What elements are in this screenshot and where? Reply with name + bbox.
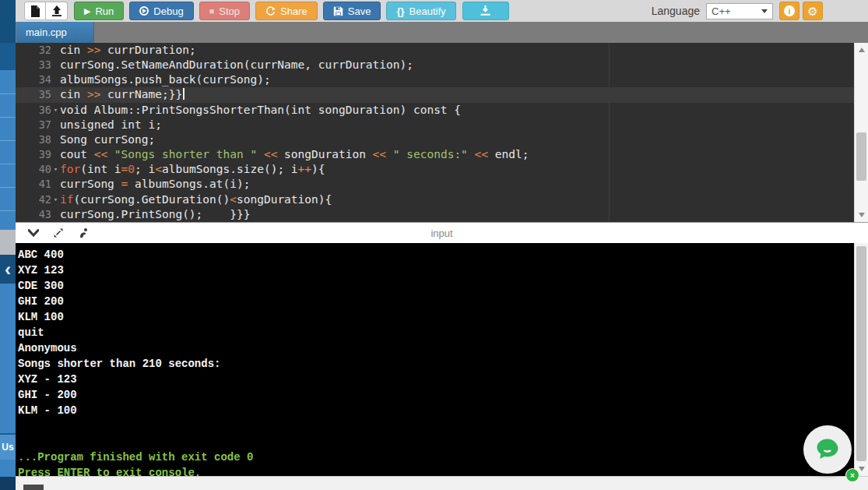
language-selected-value: C++: [712, 5, 731, 17]
code-text: cin >> currName;}}: [60, 87, 184, 102]
left-sidebar: ‹ Us: [0, 0, 16, 490]
console-line: quit: [16, 325, 854, 340]
settings-button[interactable]: ⚙: [803, 2, 823, 20]
status-badge[interactable]: ×: [846, 469, 859, 481]
fold-arrow-icon[interactable]: ▾: [51, 103, 60, 118]
app-root: ‹ Us ▶ Run Debug ■ Stop Share: [0, 0, 868, 490]
close-icon: ×: [850, 471, 855, 480]
run-button-label: Run: [95, 5, 114, 17]
fold-spacer: [51, 118, 60, 132]
scroll-down-arrow-icon[interactable]: [859, 213, 865, 217]
stop-button[interactable]: ■ Stop: [199, 2, 250, 20]
interactive-console-button[interactable]: [76, 226, 90, 240]
console-output[interactable]: ABC 400XYZ 123CDE 300GHI 200KLM 100quitA…: [16, 243, 854, 476]
line-number: 37: [16, 118, 51, 132]
play-icon: ▶: [84, 7, 90, 16]
bottom-scroll-chip[interactable]: [23, 485, 44, 490]
fold-arrow-icon[interactable]: ▾: [51, 192, 60, 207]
code-line[interactable]: 36▾void Album::PrintSongsShorterThan(int…: [16, 103, 854, 118]
tab-main-cpp[interactable]: main.cpp: [16, 22, 94, 43]
console-scrollbar-thumb[interactable]: [856, 246, 866, 461]
sidebar-segment: [0, 43, 16, 70]
fold-spacer: [51, 72, 60, 87]
console-lines: ABC 400XYZ 123CDE 300GHI 200KLM 100quitA…: [16, 247, 854, 476]
code-text: for(int i=0; i<albumSongs.size(); i++){: [60, 162, 325, 177]
console-line: ...Program finished with exit code 0: [16, 449, 854, 465]
collapse-console-button[interactable]: [26, 226, 40, 240]
beautify-button[interactable]: {} Beautify: [386, 2, 455, 20]
fold-spacer: [51, 207, 60, 222]
console-line: ABC 400: [16, 247, 854, 263]
language-select[interactable]: C++: [706, 3, 773, 19]
console-header-label: input: [430, 227, 452, 239]
console-line: Press ENTER to exit console.: [16, 465, 854, 476]
line-number: 38: [16, 132, 51, 147]
line-number: 43: [16, 207, 51, 222]
code-text: if(currSong.GetDuration()<songDuration){: [60, 192, 332, 207]
code-line[interactable]: 43currSong.PrintSong(); }}}: [16, 207, 854, 222]
code-text: currSong.PrintSong(); }}}: [60, 207, 250, 222]
code-line[interactable]: 41currSong = albumSongs.at(i);: [16, 177, 854, 192]
console-header: input: [16, 222, 868, 243]
debug-button[interactable]: Debug: [129, 2, 193, 20]
console-line: Songs shorter than 210 seconds:: [16, 356, 854, 372]
save-icon: [333, 6, 343, 16]
console-line: XYZ 123: [16, 263, 854, 278]
scroll-up-arrow-icon[interactable]: [859, 48, 865, 52]
code-line[interactable]: 32cin >> currDuration;: [16, 43, 854, 58]
fold-arrow-icon[interactable]: ▾: [51, 162, 60, 177]
line-number: 41: [16, 177, 51, 192]
sidebar-bottom-segment: [0, 477, 16, 490]
download-icon: [480, 5, 491, 16]
line-number: 32: [16, 43, 51, 58]
share-button-label: Share: [280, 5, 307, 17]
run-button[interactable]: ▶ Run: [74, 2, 124, 20]
console-scrollbar[interactable]: [854, 243, 868, 476]
code-line[interactable]: 38Song currSong;: [16, 132, 854, 147]
sidebar-top-segment: [0, 0, 16, 43]
debug-icon: [139, 6, 149, 16]
debug-button-label: Debug: [153, 5, 183, 17]
fold-spacer: [51, 177, 60, 192]
open-project-button[interactable]: [46, 2, 68, 20]
code-text: Song currSong;: [60, 132, 155, 147]
console-line: CDE 300: [16, 278, 854, 294]
line-number: 39: [16, 147, 51, 162]
download-button[interactable]: [462, 2, 509, 20]
info-button[interactable]: i: [779, 2, 799, 20]
expand-icon: [53, 227, 64, 238]
expand-console-button[interactable]: [51, 226, 65, 240]
chat-bubble-icon: [813, 435, 842, 464]
console-line: GHI 200: [16, 294, 854, 309]
code-line[interactable]: 42▾if(currSong.GetDuration()<songDuratio…: [16, 192, 854, 207]
code-line[interactable]: 37unsigned int i;: [16, 118, 854, 132]
editor-scrollbar-thumb[interactable]: [856, 132, 866, 181]
console-line: KLM - 100: [16, 403, 854, 418]
chat-widget-button[interactable]: [803, 425, 852, 474]
new-file-icon: [30, 5, 40, 17]
sidebar-collapse-handle[interactable]: ‹: [0, 255, 16, 284]
code-line[interactable]: 40▾for(int i=0; i<albumSongs.size(); i++…: [16, 162, 854, 177]
code-editor[interactable]: 32cin >> currDuration;33currSong.SetName…: [16, 43, 854, 222]
console-line: XYZ - 123: [16, 372, 854, 387]
console-line: Anonymous: [16, 340, 854, 356]
code-line[interactable]: 39cout << "Songs shorter than " << songD…: [16, 147, 854, 162]
editor-scrollbar[interactable]: [854, 43, 868, 222]
fold-spacer: [51, 147, 60, 162]
code-text: cin >> currDuration;: [60, 43, 196, 58]
stop-button-label: Stop: [219, 5, 240, 17]
code-line[interactable]: 35cin >> currName;}}: [16, 87, 854, 102]
editor-lines: 32cin >> currDuration;33currSong.SetName…: [16, 43, 854, 222]
code-line[interactable]: 33currSong.SetNameAndDuration(currName, …: [16, 58, 854, 72]
sidebar-us-link[interactable]: Us: [0, 435, 16, 460]
code-text: currSong.SetNameAndDuration(currName, cu…: [60, 58, 413, 72]
code-line[interactable]: 34albumSongs.push_back(currSong);: [16, 72, 854, 87]
fold-spacer: [51, 58, 60, 72]
fold-spacer: [51, 132, 60, 147]
save-button[interactable]: Save: [323, 2, 381, 20]
gear-icon: ⚙: [807, 5, 817, 17]
line-number: 40: [16, 162, 51, 177]
new-file-button[interactable]: [24, 2, 46, 20]
scroll-down-arrow-icon[interactable]: [859, 467, 865, 471]
share-button[interactable]: Share: [255, 2, 318, 20]
